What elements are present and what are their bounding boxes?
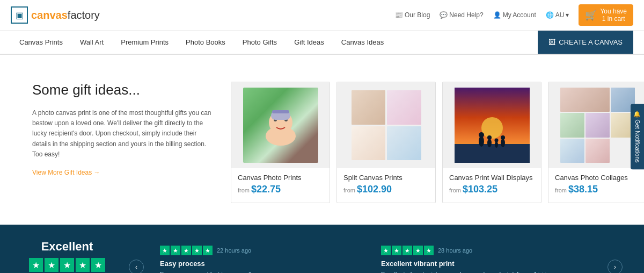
product-price-1: $22.75: [251, 184, 281, 195]
top-bar: ▣ canvasfactory 📰 Our Blog 💬 Need Help? …: [0, 0, 644, 31]
svg-point-15: [501, 139, 505, 147]
review-header-1: 22 hours ago: [160, 246, 370, 255]
help-icon: 💬: [440, 11, 448, 19]
product-info-4: Canvas Photo Collages from $38.15: [548, 168, 644, 203]
review-star-7: [392, 246, 401, 255]
trust-stars: [21, 258, 113, 272]
product-image-2: [337, 82, 435, 168]
bell-icon: 🔔: [634, 110, 641, 117]
nav-wall-art[interactable]: Wall Art: [71, 31, 112, 54]
trust-rating: Excellent: [21, 240, 113, 254]
product-card-2[interactable]: Split Canvas Prints from $102.90: [336, 82, 436, 203]
star-4: [76, 258, 90, 272]
svg-point-14: [494, 139, 498, 142]
cart-label: You have 1 in cart: [600, 8, 627, 23]
product-image-3: [443, 82, 541, 168]
review-stars-1: [160, 246, 213, 255]
logo-text: canvasfactory: [31, 9, 100, 21]
product-from-1: from $22.75: [238, 184, 323, 195]
account-icon: 👤: [493, 11, 501, 19]
svg-point-10: [479, 132, 484, 138]
reviews-next-button[interactable]: ›: [608, 260, 623, 273]
canvas-icon: 🖼: [548, 38, 555, 46]
nav-canvas-prints[interactable]: Canvas Prints: [11, 31, 71, 54]
svg-point-7: [481, 117, 503, 139]
product-info-2: Split Canvas Prints from $102.90: [337, 168, 435, 203]
product-name-4: Canvas Photo Collages: [555, 174, 640, 182]
star-1: [29, 258, 43, 272]
review-stars-2: [381, 246, 434, 255]
region-link[interactable]: 🌐 AU ▾: [546, 11, 569, 19]
review-header-2: 28 hours ago: [381, 246, 591, 255]
sunset-canvas-image: [455, 88, 530, 163]
review-time-1: 22 hours ago: [217, 247, 251, 254]
split-cell-1: [352, 90, 386, 125]
star-2: [45, 258, 58, 272]
logo[interactable]: ▣ canvasfactory: [11, 6, 100, 24]
review-star-1: [160, 246, 170, 255]
review-title-1: Easy process: [160, 260, 370, 268]
product-card-4[interactable]: Canvas Photo Collages from $38.15: [548, 82, 644, 203]
product-info-3: Canvas Print Wall Displays from $103.25: [443, 168, 541, 203]
cart-button[interactable]: 🛒 You have 1 in cart: [579, 4, 633, 26]
products-grid: Canvas Photo Prints from $22.75 Split Ca…: [231, 76, 644, 203]
top-links: 📰 Our Blog 💬 Need Help? 👤 My Account 🌐 A…: [395, 4, 633, 26]
nav-gift-ideas[interactable]: Gift Ideas: [286, 31, 333, 54]
notifications-tab[interactable]: 🔔 Get Notifications: [631, 104, 644, 169]
product-from-2: from $102.90: [343, 184, 429, 195]
review-star-4: [192, 246, 202, 255]
help-link[interactable]: 💬 Need Help?: [440, 11, 483, 19]
product-price-3: $103.25: [463, 184, 497, 195]
split-cell-4: [387, 126, 421, 161]
trust-left: Excellent Based on 2,615 reviews ★ Trust…: [21, 240, 113, 273]
main-content: Some gift ideas... A photo canvas print …: [0, 55, 644, 225]
nav-photo-books[interactable]: Photo Books: [177, 31, 234, 54]
product-card-3[interactable]: Canvas Print Wall Displays from $103.25: [442, 82, 541, 203]
chevron-down-icon: ▾: [566, 11, 569, 19]
nav-premium-prints[interactable]: Premium Prints: [112, 31, 177, 54]
review-title-2: Excellent vibrant print: [381, 260, 591, 268]
svg-point-13: [495, 141, 498, 148]
globe-icon: 🌐: [546, 11, 554, 19]
review-time-2: 28 hours ago: [438, 247, 472, 254]
svg-point-11: [487, 139, 492, 147]
product-price-2: $102.90: [357, 184, 392, 195]
review-star-10: [424, 246, 434, 255]
account-link[interactable]: 👤 My Account: [493, 11, 536, 19]
collage-cell-1: [560, 88, 610, 112]
section-description: A photo canvas print is one of the most …: [32, 108, 215, 160]
product-from-3: from $103.25: [449, 184, 535, 195]
review-star-9: [413, 246, 423, 255]
split-cell-2: [387, 90, 421, 125]
nav-create-canvas[interactable]: 🖼 CREATE A CANVAS: [538, 31, 633, 54]
split-canvas-image: [352, 90, 421, 160]
product-from-4: from $38.15: [555, 184, 640, 195]
star-5: [91, 258, 105, 272]
svg-point-12: [487, 135, 492, 140]
review-star-2: [171, 246, 180, 255]
cart-icon: 🛒: [585, 9, 597, 21]
trust-nav-left: ‹: [129, 260, 144, 273]
nav-canvas-ideas[interactable]: Canvas Ideas: [333, 31, 393, 54]
product-image-4: [548, 82, 644, 168]
star-3: [60, 258, 74, 272]
blog-icon: 📰: [395, 11, 403, 19]
reviews-prev-button[interactable]: ‹: [129, 260, 144, 273]
review-star-5: [203, 246, 213, 255]
review-star-8: [402, 246, 412, 255]
view-more-link[interactable]: View More Gift Ideas →: [32, 169, 100, 176]
nav-photo-gifts[interactable]: Photo Gifts: [234, 31, 286, 54]
baby-canvas-image: [243, 88, 318, 163]
review-star-6: [381, 246, 391, 255]
nav-bar: Canvas Prints Wall Art Premium Prints Ph…: [0, 31, 644, 55]
product-card-1[interactable]: Canvas Photo Prints from $22.75: [231, 82, 330, 203]
collage-canvas-image: [560, 88, 635, 163]
product-name-3: Canvas Print Wall Displays: [449, 174, 535, 182]
product-image-1: [231, 82, 330, 168]
svg-point-16: [501, 135, 505, 140]
split-cell-3: [352, 126, 386, 161]
logo-icon: ▣: [11, 6, 28, 24]
blog-link[interactable]: 📰 Our Blog: [395, 11, 430, 19]
collage-cell-6: [560, 139, 584, 163]
trust-nav-right: ›: [608, 260, 623, 273]
